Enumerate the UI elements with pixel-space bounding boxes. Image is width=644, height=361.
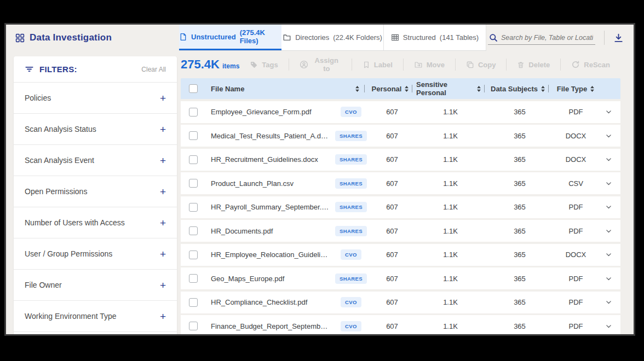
tab-directories[interactable]: Directories(22.4K Folders) bbox=[281, 25, 384, 50]
file-name: Employee_Grievance_Form.pdf bbox=[205, 108, 334, 116]
expand-plus-icon[interactable]: + bbox=[160, 311, 166, 322]
row-checkbox[interactable] bbox=[189, 251, 198, 259]
personal-count: 607 bbox=[368, 322, 416, 330]
column-header-data-subjects[interactable]: Data Subjects bbox=[485, 78, 555, 99]
filter-item-working-environment-type[interactable]: Working Environment Type+ bbox=[14, 301, 177, 332]
table-row[interactable]: HR_Employee_Relocation_Guidelines.d...CV… bbox=[181, 244, 620, 266]
table-row[interactable]: Product_Launch_Plan.csvSHARES6071.1K365C… bbox=[181, 172, 620, 194]
filter-label: Open Permissions bbox=[25, 187, 87, 196]
chevron-down-icon[interactable] bbox=[597, 251, 620, 258]
move-button[interactable]: Move bbox=[404, 61, 455, 69]
select-all-checkbox[interactable] bbox=[189, 84, 198, 93]
chevron-down-icon[interactable] bbox=[597, 132, 620, 139]
column-divider bbox=[412, 85, 412, 92]
sensitive-personal-count: 1.1K bbox=[416, 298, 485, 306]
expand-plus-icon[interactable]: + bbox=[160, 155, 166, 166]
filter-item-policies[interactable]: Policies+ bbox=[14, 83, 177, 114]
filter-item-open-permissions[interactable]: Open Permissions+ bbox=[14, 176, 177, 207]
table-row[interactable]: HR_Payroll_Summary_September.pdfSHARES60… bbox=[181, 196, 620, 218]
column-header-file-name[interactable]: File Name bbox=[205, 78, 368, 99]
sensitive-personal-count: 1.1K bbox=[416, 322, 485, 330]
file-type: DOCX bbox=[555, 251, 597, 259]
assign-to-button[interactable]: Assign to bbox=[289, 56, 352, 73]
sort-icon[interactable] bbox=[540, 86, 545, 92]
tag-icon bbox=[250, 61, 258, 69]
chevron-down-icon[interactable] bbox=[597, 180, 620, 187]
row-checkbox[interactable] bbox=[189, 298, 198, 307]
file-name: Medical_Test_Results_Patient_A.docx bbox=[205, 132, 334, 140]
filter-item-number-of-users-with-access[interactable]: Number of Users with Access+ bbox=[14, 207, 177, 238]
rescan-button[interactable]: ReScan bbox=[561, 60, 620, 69]
chevron-down-icon[interactable] bbox=[597, 323, 620, 330]
copy-icon bbox=[466, 61, 474, 69]
expand-plus-icon[interactable]: + bbox=[160, 124, 166, 135]
file-type: PDF bbox=[555, 322, 597, 330]
clear-all-button[interactable]: Clear All bbox=[141, 66, 166, 73]
chevron-down-icon[interactable] bbox=[597, 299, 620, 306]
table-row[interactable]: Medical_Test_Results_Patient_A.docxSHARE… bbox=[181, 125, 620, 147]
row-checkbox[interactable] bbox=[189, 131, 198, 140]
personal-count: 607 bbox=[368, 298, 416, 306]
row-checkbox[interactable] bbox=[189, 155, 198, 164]
data-subjects-count: 365 bbox=[485, 108, 555, 116]
tab-unstructured[interactable]: Unstructured(275.4K Files) bbox=[179, 25, 281, 50]
source-badge: SHARES bbox=[335, 131, 367, 141]
filters-header: FILTERS: Clear All bbox=[14, 56, 177, 83]
table-row[interactable]: Employee_Grievance_Form.pdfCVO6071.1K365… bbox=[181, 101, 620, 123]
table-row[interactable]: HR_Documents.pdfSHARES6071.1K365PDF bbox=[181, 220, 620, 242]
tab-label: Directories bbox=[295, 33, 329, 42]
sort-icon[interactable] bbox=[590, 86, 595, 92]
table-row[interactable]: HR_Recruitment_Guidelines.docxSHARES6071… bbox=[181, 149, 620, 171]
column-header-sensitive-personal[interactable]: Sensitive Personal bbox=[416, 78, 485, 99]
filter-item-user-group-permissions[interactable]: User / Group Permissions+ bbox=[14, 238, 177, 270]
badge-cell: SHARES bbox=[334, 202, 368, 212]
expand-plus-icon[interactable]: + bbox=[160, 249, 166, 259]
delete-button[interactable]: Delete bbox=[507, 61, 560, 69]
move-folder-icon bbox=[414, 61, 423, 69]
row-checkbox-cell bbox=[181, 298, 205, 307]
expand-plus-icon[interactable]: + bbox=[160, 218, 166, 228]
grid-menu-icon[interactable] bbox=[15, 33, 25, 43]
filter-item-file-owner[interactable]: File Owner+ bbox=[14, 270, 177, 301]
chevron-down-icon[interactable] bbox=[597, 203, 620, 211]
tags-button[interactable]: Tags bbox=[239, 61, 288, 69]
badge-cell: CVO bbox=[334, 321, 368, 331]
table-row[interactable]: HR_Compliance_Checklist.pdfCVO6071.1K365… bbox=[181, 292, 620, 313]
expand-plus-icon[interactable]: + bbox=[160, 93, 166, 103]
table-row[interactable]: Finance_Budget_Report_September.pdfCVO60… bbox=[181, 315, 620, 336]
label-button[interactable]: Label bbox=[352, 61, 403, 69]
row-checkbox[interactable] bbox=[189, 226, 198, 235]
row-checkbox[interactable] bbox=[189, 179, 198, 188]
row-checkbox[interactable] bbox=[189, 108, 198, 117]
badge-cell: CVO bbox=[334, 107, 368, 117]
tab-structured[interactable]: Structured(141 Tables) bbox=[384, 25, 486, 50]
chevron-down-icon[interactable] bbox=[597, 108, 620, 115]
filter-item-scan-analysis-event[interactable]: Scan Analysis Event+ bbox=[14, 145, 177, 176]
toolbar-button-label: Move bbox=[427, 61, 445, 69]
expand-plus-icon[interactable]: + bbox=[160, 187, 166, 197]
export-download-button[interactable] bbox=[613, 33, 624, 43]
row-checkbox-cell bbox=[181, 179, 205, 188]
file-name: Finance_Budget_Report_September.pdf bbox=[205, 322, 334, 330]
search-input[interactable] bbox=[501, 34, 593, 42]
column-header-file-type[interactable]: File Type bbox=[555, 78, 597, 99]
page-title: Data Investigation bbox=[30, 32, 112, 43]
table-row[interactable]: Geo_Maps_Europe.pdfSHARES6071.1K365PDF bbox=[181, 267, 620, 289]
column-header-personal[interactable]: Personal bbox=[368, 78, 416, 99]
copy-button[interactable]: Copy bbox=[456, 61, 507, 69]
row-checkbox[interactable] bbox=[189, 274, 198, 283]
row-checkbox[interactable] bbox=[189, 322, 198, 330]
chevron-down-icon[interactable] bbox=[597, 275, 620, 282]
row-checkbox[interactable] bbox=[189, 203, 198, 212]
source-badge: SHARES bbox=[335, 273, 367, 284]
expand-plus-icon[interactable]: + bbox=[160, 280, 166, 290]
sort-icon[interactable] bbox=[404, 86, 409, 92]
chevron-down-icon[interactable] bbox=[597, 156, 620, 163]
items-count-suffix: items bbox=[222, 62, 239, 70]
sort-icon[interactable] bbox=[476, 86, 481, 92]
filter-item-scan-analysis-status[interactable]: Scan Analysis Status+ bbox=[14, 114, 177, 145]
sort-icon[interactable] bbox=[355, 86, 360, 92]
chevron-down-icon[interactable] bbox=[597, 228, 620, 235]
header-right bbox=[488, 25, 634, 51]
filter-list: Policies+Scan Analysis Status+Scan Analy… bbox=[14, 83, 177, 332]
